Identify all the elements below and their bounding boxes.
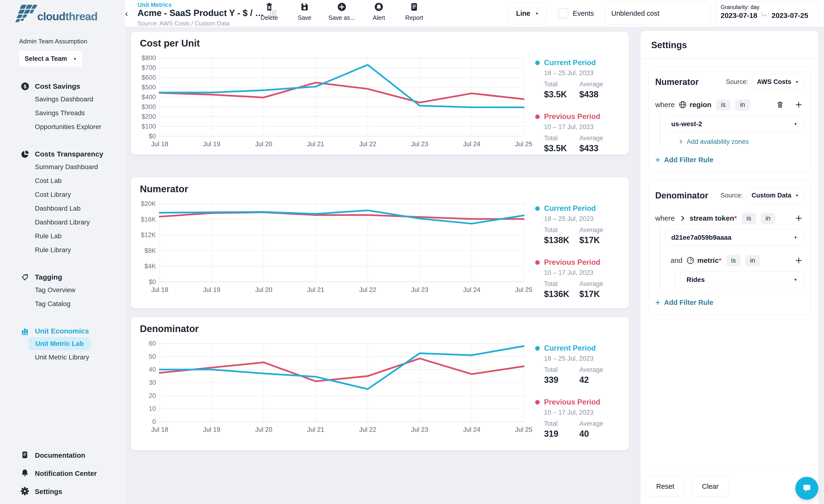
chart-type-select[interactable]: Line ▼ (508, 3, 547, 24)
denominator-source-select[interactable]: Custom Data ▼ (747, 187, 804, 204)
events-toggle[interactable]: Events (558, 8, 594, 18)
svg-text:Jul 19: Jul 19 (203, 426, 220, 433)
legend-average-value: $438 (579, 90, 626, 100)
cost-metric-input[interactable] (605, 2, 710, 25)
breadcrumb[interactable]: Unit Metrics (137, 1, 172, 8)
legend-dot-icon (535, 60, 540, 65)
svg-text:Jul 22: Jul 22 (359, 140, 376, 148)
legend-current-period[interactable]: Current Period 18 – 25 Jul, 2023 Total A… (535, 58, 626, 100)
chart-legend: Current Period 18 – 25 Jul, 2023 Total A… (535, 58, 626, 153)
stream-token-select[interactable]: d21ee7a059b9aaaa ▼ (665, 229, 804, 246)
delete-button[interactable]: Delete (258, 2, 281, 21)
sidebar-item-unit-metric-library[interactable]: Unit Metric Library (0, 350, 125, 364)
sidebar-section-header[interactable]: Tagging (0, 273, 125, 283)
sidebar-item-rule-lab[interactable]: Rule Lab (0, 229, 125, 243)
sidebar-item-unit-metric-lab[interactable]: Unit Metric Lab (28, 337, 91, 350)
page-title: Acme - SaaS Product Y - $ / … (137, 8, 264, 18)
svg-text:Jul 25: Jul 25 (515, 426, 532, 433)
save-button[interactable]: Save (293, 2, 316, 21)
sidebar-item-savings-threads[interactable]: Savings Threads (0, 106, 125, 120)
legend-current-period[interactable]: Current Period 18 – 25 Jul, 2023 Total A… (535, 204, 626, 245)
metric-value-select[interactable]: Rides ▼ (680, 271, 804, 288)
sidebar-section-header[interactable]: Unit Economics (0, 327, 125, 337)
plus-icon: + (655, 298, 660, 308)
sidebar-section-cost-savings: $Cost SavingsSavings DashboardSavings Th… (0, 82, 125, 134)
clear-button[interactable]: Clear (691, 476, 729, 496)
denominator-card: Denominator Source: Custom Data ▼ where … (648, 180, 811, 315)
sidebar-section-header[interactable]: Costs Transparency (0, 149, 125, 160)
add-availability-zones-link[interactable]: Add availability zones (678, 138, 804, 145)
date-range-picker[interactable]: Granularity: day 2023-07-18 2023-07-25 (715, 1, 819, 25)
doc-icon (20, 451, 29, 460)
legend-dot-icon (535, 260, 540, 265)
sidebar-item-savings-dashboard[interactable]: Savings Dashboard (0, 92, 125, 106)
sidebar-item-dashboard-library[interactable]: Dashboard Library (0, 215, 125, 229)
sidebar-item-dashboard-lab[interactable]: Dashboard Lab (0, 202, 125, 215)
denominator-add-filter-rule[interactable]: + Add Filter Rule (655, 298, 804, 308)
granularity-label: Granularity: day (721, 4, 813, 10)
denominator-title: Denominator (655, 191, 708, 201)
reset-button[interactable]: Reset (645, 476, 685, 496)
legend-average-value: 42 (579, 375, 626, 385)
sidebar-item-tag-overview[interactable]: Tag Overview (0, 283, 125, 297)
svg-text:50: 50 (149, 353, 156, 360)
svg-text:$100: $100 (141, 123, 156, 130)
numerator-source-select[interactable]: AWS Costs ▼ (752, 74, 804, 90)
operator-chip-is[interactable]: is (726, 255, 741, 266)
operator-chip-is[interactable]: is (716, 99, 730, 110)
operator-chip-in[interactable]: in (761, 213, 775, 224)
legend-previous-period[interactable]: Previous Period 10 – 17 Jul, 2023 Total … (535, 258, 626, 299)
operator-chip-in[interactable]: in (735, 99, 750, 110)
date-from[interactable]: 2023-07-18 (721, 11, 757, 20)
sidebar-item-opportunities-explorer[interactable]: Opportunities Explorer (0, 120, 125, 134)
legend-date-range: 18 – 25 Jul, 2023 (544, 70, 626, 77)
add-condition-icon[interactable] (795, 214, 803, 222)
numerator-value-select[interactable]: us-west-2 ▼ (665, 116, 804, 132)
sidebar-footer-settings[interactable]: Settings (0, 483, 125, 501)
save-as-button[interactable]: Save as... (328, 2, 355, 21)
svg-text:$500: $500 (141, 84, 156, 91)
sidebar-item-summary-dashboard[interactable]: Summary Dashboard (0, 160, 125, 174)
settings-title: Settings (641, 31, 818, 50)
numerator-add-filter-rule[interactable]: + Add Filter Rule (655, 155, 804, 165)
svg-text:Jul 24: Jul 24 (463, 140, 480, 148)
numerator-value: us-west-2 (671, 120, 702, 128)
sidebar-section-header[interactable]: $Cost Savings (0, 82, 125, 92)
toolbar: DeleteSaveSave as...AlertReport (258, 2, 426, 21)
svg-text:Jul 22: Jul 22 (359, 426, 376, 433)
sidebar-section-costs-transparency: Costs TransparencySummary DashboardCost … (0, 149, 125, 257)
divider (641, 58, 818, 59)
events-checkbox[interactable] (558, 8, 569, 18)
sidebar-item-cost-library[interactable]: Cost Library (0, 188, 125, 202)
date-to[interactable]: 2023-07-25 (771, 11, 808, 20)
sidebar-footer-documentation[interactable]: Documentation (0, 446, 125, 465)
sidebar-item-rule-library[interactable]: Rule Library (0, 243, 125, 257)
header-bar: ‹ Unit Metrics Acme - SaaS Product Y - $… (125, 0, 824, 27)
chevron-right-icon (678, 139, 684, 144)
add-condition-icon[interactable] (795, 256, 803, 264)
chart-title: Denominator (140, 324, 199, 334)
svg-text:60: 60 (149, 340, 156, 347)
legend-date-range: 10 – 17 Jul, 2023 (544, 123, 626, 131)
sidebar-footer-notification-center[interactable]: Notification Center (0, 465, 125, 483)
alert-button[interactable]: Alert (368, 2, 390, 21)
sidebar-item-cost-lab[interactable]: Cost Lab (0, 174, 125, 188)
delete-rule-icon[interactable] (776, 101, 784, 109)
svg-text:Jul 19: Jul 19 (203, 286, 220, 293)
operator-chip-is[interactable]: is (742, 213, 756, 224)
legend-current-period[interactable]: Current Period 18 – 25 Jul, 2023 Total A… (535, 344, 626, 385)
add-condition-icon[interactable] (795, 101, 803, 109)
operator-chip-in[interactable]: in (745, 255, 760, 266)
svg-text:0: 0 (152, 418, 156, 425)
chat-launcher-button[interactable] (795, 477, 818, 500)
gear-icon (20, 487, 29, 496)
svg-text:Jul 22: Jul 22 (359, 286, 376, 293)
sidebar-item-tag-catalog[interactable]: Tag Catalog (0, 297, 125, 311)
source-label: Source: (721, 192, 743, 199)
report-button[interactable]: Report (403, 2, 426, 21)
legend-previous-period[interactable]: Previous Period 10 – 17 Jul, 2023 Total … (535, 112, 626, 153)
team-select[interactable]: Select a Team ▼ (19, 50, 83, 67)
chevron-down-icon: ▼ (795, 80, 799, 84)
brand-light: thread (66, 10, 98, 23)
legend-previous-period[interactable]: Previous Period 10 – 17 Jul, 2023 Total … (535, 398, 626, 439)
